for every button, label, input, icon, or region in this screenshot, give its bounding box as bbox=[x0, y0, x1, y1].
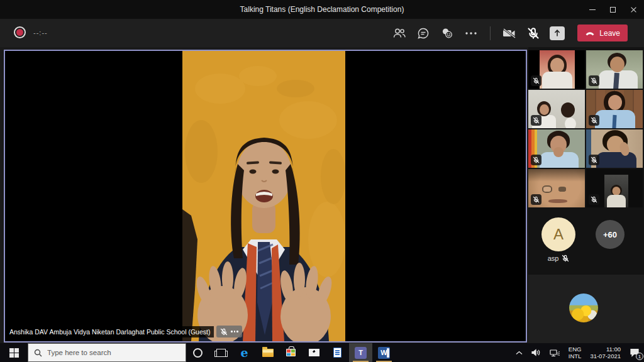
participant-tile-5[interactable] bbox=[528, 129, 585, 168]
word-taskbar-button[interactable]: W bbox=[372, 343, 396, 362]
mic-muted-badge bbox=[531, 194, 541, 205]
hangup-icon bbox=[585, 31, 595, 36]
mic-muted-icon bbox=[220, 328, 228, 336]
file-explorer-icon bbox=[262, 349, 274, 357]
edge-button[interactable]: e bbox=[233, 343, 256, 362]
window-title: Talking Titans (English Declamation Comp… bbox=[0, 5, 644, 14]
start-button[interactable] bbox=[0, 343, 28, 362]
chevron-up-icon bbox=[516, 351, 523, 355]
participant-tile-3[interactable] bbox=[528, 90, 585, 128]
participant-tile-2[interactable] bbox=[586, 50, 643, 89]
teams-icon: T bbox=[355, 347, 367, 359]
document-icon bbox=[333, 348, 341, 358]
mic-muted-badge bbox=[531, 115, 541, 126]
word-icon: W bbox=[378, 347, 390, 359]
participant-tile-1[interactable] bbox=[528, 50, 585, 89]
participants-sidebar: A asp +60 bbox=[528, 47, 644, 343]
search-icon bbox=[34, 349, 42, 357]
minimize-button[interactable] bbox=[582, 0, 602, 19]
self-avatar-flower[interactable] bbox=[569, 293, 598, 322]
reactions-icon bbox=[440, 27, 454, 40]
close-icon bbox=[630, 6, 637, 13]
tray-time: 11:00 bbox=[590, 346, 621, 353]
teams-taskbar-button[interactable]: T bbox=[349, 343, 372, 362]
task-view-icon bbox=[216, 349, 226, 357]
notification-badge: 1 bbox=[636, 353, 643, 360]
chat-button[interactable] bbox=[416, 26, 431, 41]
title-bar: Talking Titans (English Declamation Comp… bbox=[0, 0, 644, 19]
meeting-timer: --:-- bbox=[33, 29, 48, 36]
avatar-initial: A bbox=[553, 226, 564, 243]
toolbar-divider bbox=[490, 26, 491, 40]
tile-more-icon bbox=[231, 331, 238, 332]
clock[interactable]: 11:00 31-07-2021 bbox=[587, 343, 624, 362]
mic-toggle-button[interactable] bbox=[526, 26, 541, 41]
file-explorer-button[interactable] bbox=[256, 343, 279, 362]
main-speaker-video bbox=[182, 51, 345, 341]
chat-icon bbox=[417, 27, 430, 40]
window-controls bbox=[582, 0, 644, 19]
maximize-icon bbox=[610, 7, 616, 13]
language-indicator[interactable]: ENG INTL bbox=[565, 343, 585, 362]
avatar-name-row: asp bbox=[528, 255, 589, 262]
mic-muted-badge bbox=[589, 75, 599, 86]
windows-logo-icon bbox=[9, 348, 19, 358]
tray-chevron-button[interactable] bbox=[513, 343, 526, 362]
mic-muted-badge bbox=[589, 155, 599, 165]
leave-label: Leave bbox=[599, 29, 620, 38]
minimize-icon bbox=[589, 9, 596, 10]
participant-avatar[interactable]: A bbox=[541, 217, 575, 251]
maximize-button[interactable] bbox=[602, 0, 623, 19]
mic-muted-badge bbox=[589, 115, 599, 126]
speaker-name: Anshika DAV Ambuja Vidya Niketan Darlagh… bbox=[6, 326, 214, 337]
mail-icon bbox=[309, 349, 319, 356]
record-icon bbox=[14, 26, 26, 38]
overflow-participants-bubble[interactable]: +60 bbox=[596, 220, 625, 249]
toolbar-actions: Leave bbox=[392, 19, 628, 47]
taskbar-search[interactable] bbox=[28, 343, 186, 362]
speaker-name-label: Anshika DAV Ambuja Vidya Niketan Darlagh… bbox=[6, 326, 242, 337]
participant-tile-8[interactable] bbox=[586, 169, 643, 207]
mic-muted-icon bbox=[562, 255, 569, 262]
meeting-stage: Anshika DAV Ambuja Vidya Niketan Darlagh… bbox=[4, 50, 527, 343]
teams-meeting-window: Talking Titans (English Declamation Comp… bbox=[0, 0, 644, 362]
store-icon bbox=[286, 349, 296, 356]
tray-date: 31-07-2021 bbox=[590, 353, 621, 359]
participant-tile-6[interactable] bbox=[586, 129, 643, 168]
search-input[interactable] bbox=[47, 349, 180, 356]
task-view-button[interactable] bbox=[209, 343, 233, 362]
action-center-button[interactable]: 1 bbox=[626, 343, 643, 362]
mic-off-icon bbox=[527, 27, 540, 40]
mic-muted-badge bbox=[531, 155, 541, 165]
people-icon bbox=[392, 28, 406, 39]
mic-muted-badge bbox=[589, 194, 599, 205]
participant-tile-4[interactable] bbox=[586, 90, 643, 128]
tile-options-pill[interactable] bbox=[216, 326, 242, 337]
share-screen-button[interactable] bbox=[550, 26, 565, 40]
network-button[interactable] bbox=[547, 343, 563, 362]
share-icon bbox=[553, 29, 561, 37]
reactions-button[interactable] bbox=[440, 26, 455, 41]
avatar-row: A asp +60 bbox=[528, 216, 644, 272]
close-button[interactable] bbox=[623, 0, 644, 19]
participant-tile-7[interactable] bbox=[528, 169, 585, 207]
volume-icon bbox=[531, 349, 541, 356]
volume-button[interactable] bbox=[528, 343, 544, 362]
windows-taskbar: e T W bbox=[0, 343, 644, 362]
more-options-button[interactable] bbox=[464, 26, 479, 41]
mail-button[interactable] bbox=[303, 343, 326, 362]
avatar-name: asp bbox=[548, 255, 559, 262]
participants-button[interactable] bbox=[392, 26, 407, 41]
taskbar-apps: e T W bbox=[186, 343, 396, 362]
store-button[interactable] bbox=[279, 343, 303, 362]
participant-grid bbox=[528, 50, 644, 207]
meeting-toolbar: --:-- bbox=[0, 19, 644, 47]
mic-muted-badge bbox=[531, 75, 541, 86]
camera-off-icon bbox=[502, 28, 517, 39]
camera-toggle-button[interactable] bbox=[502, 26, 517, 41]
cortana-button[interactable] bbox=[186, 343, 209, 362]
document-app-button[interactable] bbox=[326, 343, 349, 362]
leave-button[interactable]: Leave bbox=[577, 25, 628, 41]
language-code: ENG bbox=[569, 346, 582, 353]
more-icon bbox=[465, 32, 477, 35]
